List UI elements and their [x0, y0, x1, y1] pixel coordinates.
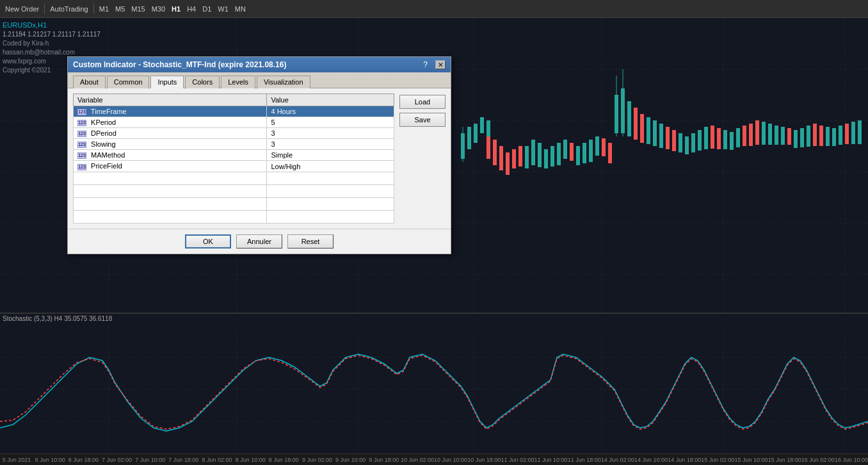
dialog-footer: OK Annuler Reset — [68, 229, 451, 254]
tab-colors[interactable]: Colors — [185, 76, 220, 88]
toolbar-new-order[interactable]: New Order — [3, 4, 42, 14]
val-timeframe[interactable]: 4 Hours — [267, 106, 394, 117]
row-icon: 123 — [77, 109, 86, 115]
tab-common[interactable]: Common — [107, 76, 150, 88]
dialog-content: Variable Value 123 TimeFrame 4 Hours — [68, 88, 451, 229]
row-icon: 123 — [77, 142, 86, 148]
row-icon: 123 — [77, 120, 86, 126]
tab-inputs[interactable]: Inputs — [150, 76, 184, 88]
var-timeframe: 123 TimeFrame — [74, 106, 267, 117]
toolbar-w1[interactable]: W1 — [215, 4, 231, 14]
table-row-empty — [74, 172, 394, 184]
help-button[interactable]: ? — [423, 60, 428, 69]
var-mamethod: 123 MAMethod — [74, 150, 267, 161]
var-slowing: 123 Slowing — [74, 139, 267, 150]
params-table: Variable Value 123 TimeFrame 4 Hours — [73, 94, 394, 224]
toolbar-separator — [44, 4, 45, 14]
col-value-header: Value — [267, 94, 394, 106]
val-kperiod[interactable]: 5 — [267, 117, 394, 128]
table-row[interactable]: 123 TimeFrame 4 Hours — [74, 106, 394, 117]
cancel-button[interactable]: Annuler — [236, 234, 282, 249]
tab-visualization[interactable]: Visualization — [257, 76, 310, 88]
val-slowing[interactable]: 3 — [267, 139, 394, 150]
val-dperiod[interactable]: 3 — [267, 128, 394, 139]
table-row[interactable]: 123 MAMethod Simple — [74, 150, 394, 161]
dialog-title-buttons: ? ✕ — [423, 60, 446, 69]
table-row[interactable]: 123 KPeriod 5 — [74, 117, 394, 128]
dialog-titlebar: Custom Indicator - Stochastic_MTF-Ind (e… — [68, 57, 451, 72]
val-pricefield[interactable]: Low/High — [267, 161, 394, 172]
tab-levels[interactable]: Levels — [221, 76, 255, 88]
toolbar-m15[interactable]: M15 — [129, 4, 147, 14]
row-icon: 123 — [77, 152, 86, 159]
modal-overlay: Custom Indicator - Stochastic_MTF-Ind (e… — [0, 18, 868, 465]
toolbar-d1[interactable]: D1 — [200, 4, 214, 14]
close-button[interactable]: ✕ — [435, 60, 446, 69]
toolbar-m30[interactable]: M30 — [149, 4, 168, 14]
ok-button[interactable]: OK — [185, 234, 231, 249]
dialog: Custom Indicator - Stochastic_MTF-Ind (e… — [67, 56, 451, 254]
save-button[interactable]: Save — [399, 113, 446, 127]
tab-about[interactable]: About — [73, 76, 106, 88]
side-buttons: Load Save — [399, 94, 446, 224]
toolbar-m5[interactable]: M5 — [113, 4, 127, 14]
toolbar-h1[interactable]: H1 — [169, 4, 183, 14]
toolbar-mn[interactable]: MN — [232, 4, 248, 14]
row-icon: 123 — [77, 164, 86, 170]
var-kperiod: 123 KPeriod — [74, 117, 267, 128]
var-dperiod: 123 DPeriod — [74, 128, 267, 139]
table-and-buttons: Variable Value 123 TimeFrame 4 Hours — [73, 94, 446, 224]
table-row[interactable]: 123 PriceField Low/High — [74, 161, 394, 172]
table-row-empty — [74, 210, 394, 223]
load-button[interactable]: Load — [399, 95, 446, 109]
table-header-row: Variable Value — [74, 94, 394, 106]
reset-button[interactable]: Reset — [287, 234, 334, 249]
toolbar-m1[interactable]: M1 — [97, 4, 111, 14]
dialog-title: Custom Indicator - Stochastic_MTF-Ind (e… — [73, 60, 286, 69]
val-mamethod[interactable]: Simple — [267, 150, 394, 161]
table-row[interactable]: 123 Slowing 3 — [74, 139, 394, 150]
top-toolbar: New Order AutoTrading M1 M5 M15 M30 H1 H… — [0, 0, 868, 18]
var-pricefield: 123 PriceField — [74, 161, 267, 172]
col-variable-header: Variable — [74, 94, 267, 106]
tabs-row: About Common Inputs Colors Levels Visual… — [68, 72, 451, 88]
toolbar-h4[interactable]: H4 — [184, 4, 198, 14]
toolbar-autotrading[interactable]: AutoTrading — [47, 4, 91, 14]
table-row-empty — [74, 184, 394, 197]
toolbar-separator — [93, 4, 94, 14]
table-row[interactable]: 123 DPeriod 3 — [74, 128, 394, 139]
row-icon: 123 — [77, 131, 86, 137]
table-row-empty — [74, 197, 394, 210]
table-container: Variable Value 123 TimeFrame 4 Hours — [73, 94, 394, 224]
